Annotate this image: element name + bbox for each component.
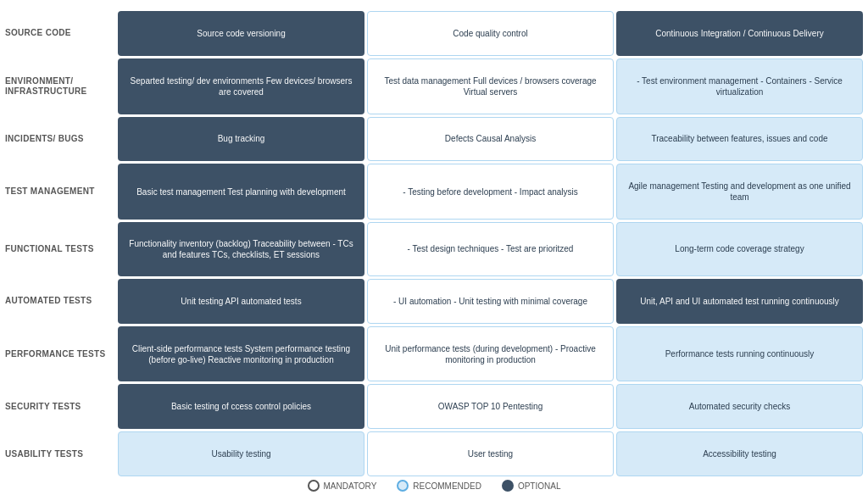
row-label-0: SOURCE CODE — [5, 11, 115, 56]
legend-label-0: MANDATORY — [324, 481, 377, 491]
cell-r3-c1: - Testing before development - Impact an… — [367, 164, 614, 220]
cell-r6-c2: Performance tests running continuously — [616, 326, 863, 382]
row-label-1: ENVIRONMENT/ INFRASTRUCTURE — [5, 58, 115, 114]
cell-r1-c1: Test data management Full devices / brow… — [367, 58, 614, 114]
legend-icon-2 — [502, 480, 514, 492]
page-container: SOURCE CODESource code versioningCode qu… — [0, 0, 868, 495]
cell-r0-c2: Continuous Integration / Continuous Deli… — [616, 11, 863, 56]
cell-r1-c0: Separted testing/ dev environments Few d… — [118, 58, 364, 114]
col-header-continuous — [614, 7, 863, 8]
cell-r2-c2: Traceability between features, issues an… — [616, 117, 863, 162]
row-label-7: SECURITY TESTS — [5, 384, 115, 429]
cell-r1-c2: - Test environment management - Containe… — [616, 58, 863, 114]
legend-item-2: OPTIONAL — [502, 480, 561, 492]
column-headers — [5, 7, 863, 8]
cell-r6-c1: Unit performance tests (during developme… — [367, 326, 614, 382]
cell-r2-c1: Defects Causal Analysis — [367, 117, 614, 162]
cell-r0-c1: Code quality control — [367, 11, 614, 56]
cell-r6-c0: Client-side performance tests System per… — [118, 326, 364, 382]
legend-item-0: MANDATORY — [308, 480, 377, 492]
legend-label-1: RECOMMENDED — [413, 481, 481, 491]
cell-r7-c0: Basic testing of ccess control policies — [118, 384, 364, 429]
cell-r8-c0: Usability testing — [118, 431, 364, 476]
header-empty — [5, 7, 115, 8]
cell-r7-c1: OWASP TOP 10 Pentesting — [367, 384, 614, 429]
cell-r4-c0: Functionality inventory (backlog) Tracea… — [118, 222, 364, 276]
legend: MANDATORYRECOMMENDEDOPTIONAL — [5, 480, 863, 492]
row-label-3: TEST MANAGEMENT — [5, 164, 115, 220]
row-label-2: INCIDENTS/ BUGS — [5, 117, 115, 162]
cell-r5-c2: Unit, API and UI automated test running … — [616, 279, 863, 324]
legend-icon-1 — [397, 480, 409, 492]
legend-item-1: RECOMMENDED — [397, 480, 481, 492]
cell-r2-c0: Bug tracking — [118, 117, 364, 162]
col-header-efficient — [364, 7, 614, 8]
cell-r5-c0: Unit testing API automated tests — [118, 279, 364, 324]
cell-r7-c2: Automated security checks — [616, 384, 863, 429]
legend-label-2: OPTIONAL — [518, 481, 561, 491]
row-label-4: FUNCTIONAL TESTS — [5, 222, 115, 276]
cell-r3-c0: Basic test management Test planning with… — [118, 164, 364, 220]
cell-r4-c2: Long-term code coverage strategy — [616, 222, 863, 276]
cell-r0-c0: Source code versioning — [118, 11, 364, 56]
cell-r8-c1: User testing — [367, 431, 614, 476]
col-header-basic — [115, 7, 364, 8]
row-label-5: AUTOMATED TESTS — [5, 279, 115, 324]
row-label-8: USABILITY TESTS — [5, 431, 115, 476]
legend-icon-0 — [308, 480, 320, 492]
cell-r8-c2: Accessibility testing — [616, 431, 863, 476]
cell-r3-c2: Agile management Testing and development… — [616, 164, 863, 220]
row-label-6: PERFORMANCE TESTS — [5, 326, 115, 382]
cell-r5-c1: - UI automation - Unit testing with mini… — [367, 279, 614, 324]
main-grid: SOURCE CODESource code versioningCode qu… — [5, 11, 863, 476]
cell-r4-c1: - Test design techniques - Test are prio… — [367, 222, 614, 276]
